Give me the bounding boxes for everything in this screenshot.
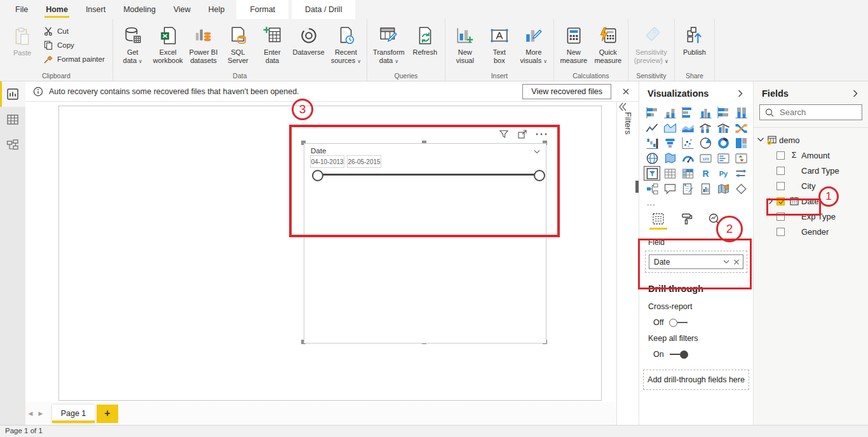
sidebar-item-report-view[interactable]	[0, 81, 25, 107]
field-item-gender[interactable]: Gender	[754, 224, 868, 239]
sql-server-button[interactable]: SQLServer	[221, 21, 255, 67]
matrix-icon[interactable]	[680, 167, 695, 180]
clustered-bar-chart-icon[interactable]	[680, 106, 695, 119]
slicer-start-date-input[interactable]: 04-10-2013	[310, 155, 344, 168]
add-page-button[interactable]: +	[97, 405, 118, 423]
menu-insert[interactable]: Insert	[77, 0, 114, 19]
funnel-chart-icon[interactable]	[662, 136, 677, 149]
arcgis-map-icon[interactable]	[715, 182, 731, 195]
chevron-down-icon[interactable]	[722, 258, 730, 266]
stacked-column-chart-icon[interactable]	[662, 106, 677, 119]
enter-data-button[interactable]: Enterdata	[255, 21, 290, 67]
treemap-icon[interactable]	[733, 136, 749, 149]
excel-workbook-button[interactable]: Excelworkbook	[150, 21, 186, 67]
fields-tab[interactable]	[652, 212, 665, 230]
menu-modeling[interactable]: Modeling	[114, 0, 165, 19]
sidebar-item-data-view[interactable]	[0, 107, 25, 132]
field-item-amount[interactable]: ΣAmount	[754, 148, 868, 163]
waterfall-chart-icon[interactable]	[644, 136, 660, 149]
key-influencers-icon[interactable]	[733, 167, 749, 180]
kpi-icon[interactable]	[733, 151, 749, 165]
multi-row-card-icon[interactable]	[715, 151, 731, 165]
field-item-exp-type[interactable]: Exp Type	[754, 209, 868, 224]
collapse-icon[interactable]	[756, 135, 766, 144]
quick-measure-button[interactable]: Quickmeasure	[591, 21, 625, 67]
fields-search[interactable]	[759, 104, 862, 120]
field-item-city[interactable]: City	[754, 178, 868, 193]
new-visual-button[interactable]: Newvisual	[448, 21, 482, 67]
tab-format[interactable]: Format	[236, 0, 288, 19]
field-item-date[interactable]: Date	[754, 193, 868, 209]
scatter-chart-icon[interactable]	[680, 136, 695, 149]
power-apps-icon[interactable]	[733, 182, 749, 195]
slider-handle-start[interactable]	[312, 170, 323, 181]
checkbox[interactable]	[776, 212, 785, 221]
field-item-card-type[interactable]: Card Type	[754, 163, 868, 178]
collapse-pane-icon[interactable]	[850, 88, 860, 99]
get-data-button[interactable]: Getdata ∨	[116, 21, 150, 67]
more-visuals-button[interactable]: Morevisuals ∨	[517, 21, 551, 67]
slicer-icon[interactable]	[644, 167, 660, 180]
remove-field-icon[interactable]	[733, 258, 740, 266]
text-box-button[interactable]: Textbox	[482, 21, 517, 67]
donut-chart-icon[interactable]	[715, 136, 731, 149]
r-script-icon[interactable]: R	[698, 167, 713, 180]
next-page-arrow-icon[interactable]: ▶	[36, 402, 46, 425]
transform-data-button[interactable]: Transformdata ∨	[370, 21, 408, 67]
dataverse-button[interactable]: Dataverse	[290, 21, 328, 59]
power-bi-datasets-button[interactable]: Power BIdatasets	[186, 21, 221, 67]
paginated-report-icon[interactable]	[698, 182, 713, 195]
stacked-area-chart-icon[interactable]	[680, 121, 695, 134]
area-chart-icon[interactable]	[662, 121, 677, 134]
field-pill-date[interactable]: Date	[649, 254, 743, 269]
expand-icon[interactable]	[766, 197, 776, 205]
filters-pane-collapsed[interactable]: Filters	[616, 102, 639, 425]
menu-home[interactable]: Home	[37, 0, 77, 19]
format-tab[interactable]	[680, 212, 693, 230]
cut-button[interactable]: Cut	[43, 24, 110, 38]
menu-help[interactable]: Help	[200, 0, 234, 19]
focus-mode-icon[interactable]	[517, 129, 527, 139]
filter-icon[interactable]	[499, 129, 509, 139]
field-well[interactable]: Date	[645, 251, 747, 273]
line-and-stacked-column-chart-icon[interactable]	[698, 121, 713, 134]
checkbox[interactable]	[776, 151, 785, 160]
gauge-icon[interactable]	[680, 151, 695, 165]
publish-button[interactable]: Publish	[677, 21, 712, 59]
new-measure-button[interactable]: Newmeasure	[557, 21, 591, 67]
qna-icon[interactable]	[662, 182, 677, 195]
close-notification-icon[interactable]	[617, 87, 635, 96]
line-chart-icon[interactable]	[644, 121, 660, 134]
search-input[interactable]	[778, 107, 857, 118]
checkbox[interactable]	[776, 228, 785, 236]
sensitivity-preview-button[interactable]: Sensitivity(preview) ∨	[631, 21, 672, 67]
paste-button[interactable]: Paste	[3, 21, 42, 60]
python-visual-icon[interactable]: Py	[715, 167, 731, 180]
100-stacked-bar-chart-icon[interactable]	[715, 106, 731, 119]
slider-track[interactable]	[316, 174, 538, 176]
refresh-button[interactable]: Refresh	[408, 21, 442, 59]
format-painter-button[interactable]: Format painter	[43, 52, 110, 66]
chevron-down-icon[interactable]	[533, 148, 541, 156]
keep-all-filters-toggle[interactable]	[670, 350, 688, 359]
slicer-end-date-input[interactable]: 26-05-2015	[347, 155, 381, 168]
checkbox[interactable]	[776, 182, 785, 190]
page-tab[interactable]: Page 1	[52, 405, 95, 423]
line-and-clustered-column-chart-icon[interactable]	[715, 121, 731, 134]
ribbon-chart-icon[interactable]	[733, 121, 749, 134]
menu-view[interactable]: View	[165, 0, 200, 19]
tab-data-drill[interactable]: Data / Drill	[292, 0, 355, 19]
checkbox[interactable]	[776, 167, 785, 175]
expand-filters-icon[interactable]	[617, 102, 639, 112]
decomposition-tree-icon[interactable]	[644, 182, 660, 195]
100-stacked-column-chart-icon[interactable]	[733, 106, 749, 119]
card-icon[interactable]: 123	[698, 151, 713, 165]
sidebar-item-model-view[interactable]	[0, 132, 25, 158]
recent-sources-button[interactable]: Recentsources ∨	[328, 21, 364, 67]
copy-button[interactable]: Copy	[43, 38, 110, 52]
report-canvas[interactable]: Date 04-10-2013 26-05-2015	[25, 102, 616, 402]
date-slicer-visual[interactable]: Date 04-10-2013 26-05-2015	[304, 143, 546, 343]
more-visual-options[interactable]: ...	[639, 197, 753, 207]
drill-through-dropzone[interactable]: Add drill-through fields here	[643, 370, 749, 390]
clustered-column-chart-icon[interactable]	[698, 106, 713, 119]
